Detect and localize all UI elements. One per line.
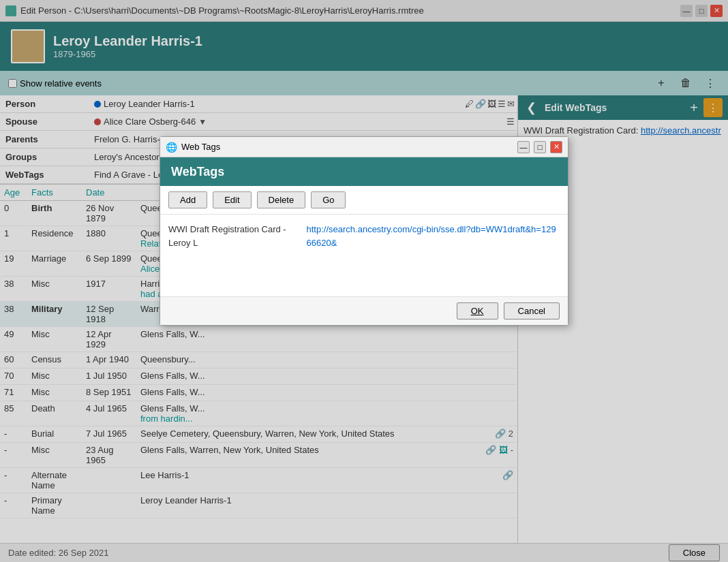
- modal-maximize-button[interactable]: □: [534, 141, 546, 153]
- modal-title-icon: 🌐: [166, 142, 177, 153]
- modal-heading: WebTags: [171, 165, 224, 179]
- modal-add-button[interactable]: Add: [168, 191, 207, 208]
- modal-dialog: 🌐 Web Tags — □ ✕ WebTags Add Edit Delete…: [160, 136, 568, 326]
- modal-title-text: Web Tags: [181, 142, 513, 152]
- modal-ok-button[interactable]: OK: [457, 302, 498, 319]
- modal-footer: OK Cancel: [160, 296, 568, 325]
- modal-close-button[interactable]: ✕: [550, 141, 562, 153]
- modal-webtag-row: WWI Draft Registration Card - Leroy L ht…: [168, 223, 560, 249]
- modal-webtag-link[interactable]: http://search.ancestry.com/cgi-bin/sse.d…: [307, 223, 560, 249]
- modal-overlay: 🌐 Web Tags — □ ✕ WebTags Add Edit Delete…: [0, 0, 728, 562]
- modal-header: WebTags: [160, 157, 568, 186]
- modal-go-button[interactable]: Go: [311, 191, 346, 208]
- modal-titlebar: 🌐 Web Tags — □ ✕: [160, 137, 568, 157]
- modal-content: WWI Draft Registration Card - Leroy L ht…: [160, 215, 568, 296]
- modal-delete-button[interactable]: Delete: [257, 191, 306, 208]
- modal-toolbar: Add Edit Delete Go: [160, 186, 568, 215]
- modal-minimize-button[interactable]: —: [517, 141, 530, 153]
- modal-webtag-label: WWI Draft Registration Card - Leroy L: [168, 223, 304, 249]
- modal-cancel-button[interactable]: Cancel: [504, 302, 560, 319]
- modal-edit-button[interactable]: Edit: [213, 191, 251, 208]
